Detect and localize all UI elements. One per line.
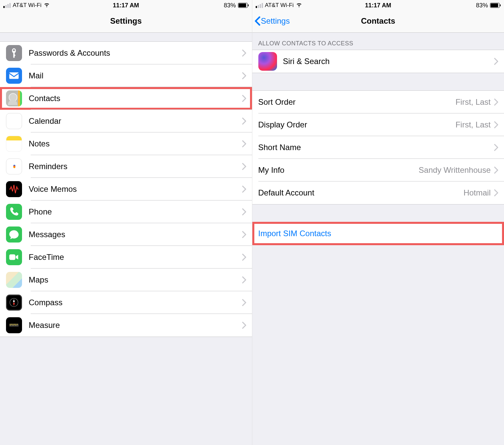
svg-rect-2 — [248, 4, 248, 6]
messages-icon — [6, 227, 22, 243]
setting-voice-memos[interactable]: Voice Memos — [0, 178, 252, 200]
passwords-icon — [6, 45, 22, 61]
label: Maps — [29, 275, 242, 285]
carrier-label: AT&T Wi-Fi — [13, 2, 41, 9]
default-account-row[interactable]: Default Account Hotmail — [252, 181, 504, 204]
chevron-right-icon — [494, 58, 499, 65]
my-info-row[interactable]: My Info Sandy Writtenhouse — [252, 159, 504, 181]
setting-facetime[interactable]: FaceTime — [0, 246, 252, 269]
chevron-left-icon — [254, 16, 260, 26]
chevron-right-icon — [242, 163, 247, 170]
setting-mail[interactable]: Mail — [0, 64, 252, 87]
nav-bar: Settings Contacts — [252, 9, 504, 33]
settings-list: Passwords & Accounts Mail Contacts Calen… — [0, 41, 252, 337]
label: Default Account — [258, 188, 464, 197]
calendar-icon — [6, 113, 22, 129]
label: Messages — [29, 230, 242, 239]
setting-passwords-accounts[interactable]: Passwords & Accounts — [0, 42, 252, 64]
chevron-right-icon — [242, 208, 247, 215]
chevron-right-icon — [242, 117, 247, 125]
svg-rect-1 — [238, 3, 246, 7]
contacts-options-list: Sort Order First, Last Display Order Fir… — [252, 90, 504, 204]
phone-icon — [6, 204, 22, 220]
carrier-label: AT&T Wi-Fi — [265, 2, 294, 9]
chevron-right-icon — [242, 299, 247, 306]
cell-signal-icon — [3, 3, 11, 8]
import-sim-contacts-button[interactable]: Import SIM Contacts — [252, 222, 504, 245]
chevron-right-icon — [242, 140, 247, 147]
label: Voice Memos — [29, 184, 242, 194]
settings-screen: AT&T Wi-Fi 11:17 AM 83% Settings Passwor… — [0, 0, 252, 445]
status-time: 11:17 AM — [113, 2, 139, 9]
battery-percent: 83% — [476, 2, 488, 9]
battery-icon — [490, 3, 501, 8]
label: Contacts — [29, 94, 242, 103]
setting-maps[interactable]: Maps — [0, 269, 252, 291]
setting-notes[interactable]: Notes — [0, 132, 252, 155]
setting-contacts[interactable]: Contacts — [0, 87, 252, 110]
chevron-right-icon — [494, 98, 499, 106]
label: Phone — [29, 207, 242, 216]
contacts-settings-screen: AT&T Wi-Fi 11:17 AM 83% Settings Contact… — [252, 0, 504, 445]
chevron-right-icon — [494, 121, 499, 128]
display-order-row[interactable]: Display Order First, Last — [252, 113, 504, 136]
label: Sort Order — [258, 97, 456, 107]
label: Passwords & Accounts — [29, 48, 242, 58]
import-sim-section: Import SIM Contacts — [252, 222, 504, 245]
setting-compass[interactable]: Compass — [0, 291, 252, 314]
wifi-icon — [43, 1, 50, 10]
chevron-right-icon — [494, 144, 499, 151]
notes-icon — [6, 136, 22, 152]
voice-memos-icon — [6, 181, 22, 197]
status-time: 11:17 AM — [365, 2, 391, 9]
battery-percent: 83% — [224, 2, 236, 9]
page-title: Contacts — [361, 16, 395, 26]
chevron-right-icon — [242, 185, 247, 193]
label: FaceTime — [29, 253, 242, 262]
back-button[interactable]: Settings — [254, 16, 290, 26]
label: Short Name — [258, 143, 494, 152]
label: Calendar — [29, 116, 242, 126]
reminders-icon — [6, 158, 22, 174]
value: First, Last — [456, 97, 491, 107]
value: Sandy Writtenhouse — [419, 165, 491, 175]
chevron-right-icon — [242, 276, 247, 284]
facetime-icon — [6, 249, 22, 265]
svg-rect-15 — [500, 4, 501, 6]
nav-bar: Settings — [0, 9, 252, 33]
label: Measure — [29, 321, 242, 330]
page-title: Settings — [110, 16, 142, 26]
setting-calendar[interactable]: Calendar — [0, 110, 252, 132]
status-bar: AT&T Wi-Fi 11:17 AM 83% — [252, 0, 504, 9]
battery-icon — [238, 3, 249, 8]
label: Reminders — [29, 162, 242, 171]
chevron-right-icon — [242, 322, 247, 329]
label: Mail — [29, 71, 242, 80]
back-label: Settings — [261, 16, 290, 26]
sort-order-row[interactable]: Sort Order First, Last — [252, 91, 504, 113]
chevron-right-icon — [242, 72, 247, 79]
siri-icon — [258, 52, 277, 71]
chevron-right-icon — [242, 231, 247, 238]
section-header: Allow Contacts to Access — [252, 33, 504, 50]
setting-phone[interactable]: Phone — [0, 200, 252, 223]
svg-rect-14 — [491, 3, 498, 7]
chevron-right-icon — [242, 254, 247, 261]
value: First, Last — [456, 120, 491, 129]
label: Display Order — [258, 120, 456, 129]
setting-reminders[interactable]: Reminders — [0, 155, 252, 178]
svg-rect-3 — [9, 72, 19, 79]
svg-rect-4 — [9, 255, 15, 260]
label: Notes — [29, 139, 242, 148]
mail-icon — [6, 68, 22, 84]
setting-measure[interactable]: Measure — [0, 314, 252, 337]
setting-messages[interactable]: Messages — [0, 223, 252, 246]
siri-search-row[interactable]: Siri & Search — [252, 50, 504, 73]
contacts-icon — [6, 90, 22, 106]
short-name-row[interactable]: Short Name — [252, 136, 504, 159]
wifi-icon — [296, 1, 302, 10]
maps-icon — [6, 272, 22, 288]
label: My Info — [258, 165, 419, 175]
chevron-right-icon — [494, 189, 499, 196]
measure-icon — [6, 317, 22, 333]
